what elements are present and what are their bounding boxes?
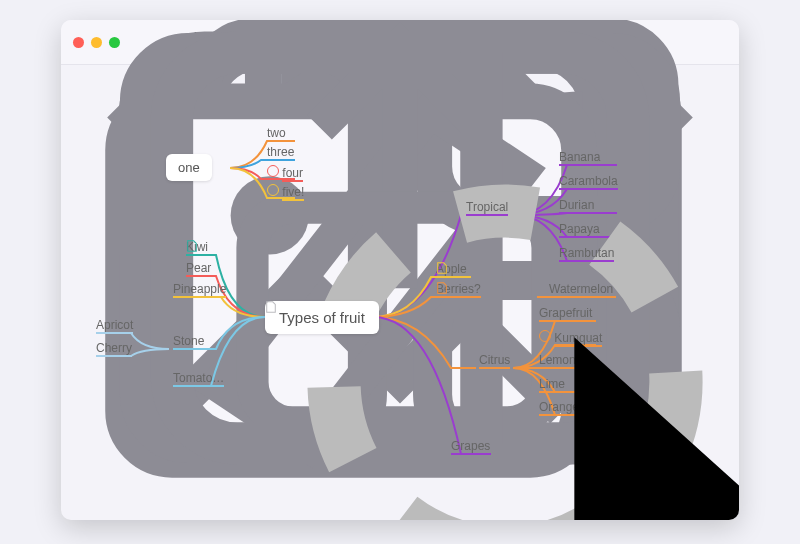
node-pear[interactable]: Pear (186, 261, 211, 277)
inspector-icon[interactable] (701, 32, 723, 52)
node-watermelon[interactable]: Watermelon (549, 282, 613, 298)
node-papaya[interactable]: Papaya (559, 222, 600, 238)
note-icon (436, 262, 448, 274)
titlebar: Mind Map Edited (61, 20, 739, 65)
node-one[interactable]: one (166, 154, 212, 181)
node-berries[interactable]: Berries? (436, 282, 484, 296)
mouse-cursor-icon (362, 312, 374, 330)
note-icon (436, 282, 448, 294)
node-apricot[interactable]: Apricot (96, 318, 133, 334)
node-three[interactable]: three (267, 145, 294, 161)
node-two[interactable]: two (267, 126, 286, 142)
circle-icon (267, 165, 279, 177)
node-durian[interactable]: Durian (559, 198, 594, 214)
mindmap-canvas[interactable]: one two three four five! Types of fruit … (61, 64, 739, 520)
note-icon (265, 301, 277, 313)
node-tropical[interactable]: Tropical (466, 200, 508, 216)
node-cherry[interactable]: Cherry (96, 341, 132, 357)
circle-icon (267, 184, 279, 196)
node-banana[interactable]: Banana (559, 150, 600, 166)
node-pineapple[interactable]: Pineapple (173, 282, 226, 298)
node-stone[interactable]: Stone (173, 334, 204, 350)
node-four-label: four (282, 166, 303, 182)
node-rambutan[interactable]: Rambutan (559, 246, 614, 262)
node-apple[interactable]: Apple (436, 262, 470, 276)
node-tomato[interactable]: Tomato… (173, 371, 224, 387)
node-central-label: Types of fruit (279, 309, 365, 326)
node-five[interactable]: five! (267, 184, 304, 199)
toolbar-right (655, 32, 723, 52)
node-carambola[interactable]: Carambola (559, 174, 618, 190)
node-kiwi[interactable]: Kiwi (186, 240, 211, 254)
app-window: Mind Map Edited (61, 20, 739, 520)
node-four[interactable]: four (267, 165, 303, 180)
note-icon (186, 240, 198, 252)
node-five-label: five! (282, 185, 304, 201)
